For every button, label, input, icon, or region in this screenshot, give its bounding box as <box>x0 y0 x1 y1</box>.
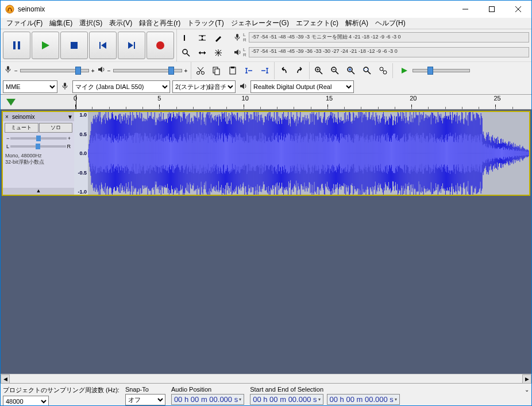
snap-to-select[interactable]: オフ <box>125 394 165 405</box>
transport-toolbar <box>1 29 176 61</box>
audio-position-display[interactable]: 00 h 00 m 00.000 s▾ <box>171 394 244 405</box>
scroll-right-button[interactable]: ▶ <box>522 374 531 384</box>
solo-button[interactable]: ソロ <box>39 123 73 133</box>
svg-rect-5 <box>13 41 16 49</box>
audio-host-select[interactable]: MME <box>3 80 57 93</box>
playhead-marker-icon[interactable] <box>6 99 16 106</box>
track-format-info: Mono, 48000Hz 32-bit浮動小数点 <box>3 150 74 168</box>
waveform-display[interactable] <box>88 112 529 195</box>
playback-device-select[interactable]: Realtek Digital Output (Real <box>250 80 354 93</box>
svg-rect-2 <box>489 7 495 12</box>
mic-icon <box>4 65 12 76</box>
cut-button[interactable] <box>192 63 209 78</box>
playback-volume-slider[interactable] <box>113 69 182 72</box>
play-at-speed-button[interactable] <box>396 63 413 78</box>
audio-position-label: Audio Position <box>171 386 244 393</box>
scrollbar-track[interactable] <box>10 374 522 383</box>
track-collapse-button[interactable]: ▲ <box>3 188 74 195</box>
skip-start-button[interactable] <box>89 32 117 59</box>
paste-button[interactable] <box>225 63 241 78</box>
mute-button[interactable]: ミュート <box>5 123 38 133</box>
svg-rect-33 <box>215 69 219 75</box>
close-button[interactable] <box>505 1 531 18</box>
mic-icon <box>60 82 70 92</box>
svg-marker-7 <box>42 41 49 49</box>
timeline-quickplay[interactable] <box>1 95 75 109</box>
undo-button[interactable] <box>276 63 292 78</box>
toolbars: I LR -57 -54 -51 -48 -45 -39 -3 モニターを開始 … <box>1 29 531 95</box>
multi-tool-button[interactable] <box>210 45 226 60</box>
maximize-button[interactable] <box>479 1 505 18</box>
selection-start-display[interactable]: 00 h 00 m 00.000 s▾ <box>250 394 323 405</box>
svg-marker-15 <box>201 36 203 38</box>
tracks-area[interactable]: × seinomix ▼ ミュート ソロ − + L R Mono, 48000… <box>1 110 531 374</box>
pause-button[interactable] <box>3 32 30 59</box>
track-pan-slider[interactable] <box>10 145 65 148</box>
recording-volume-slider[interactable] <box>20 69 89 72</box>
svg-point-17 <box>183 49 187 54</box>
recording-meter[interactable]: -57 -54 -51 -48 -45 -39 -3 モニターを開始 4 -21… <box>249 32 529 42</box>
svg-marker-10 <box>101 42 106 49</box>
recording-channels-select[interactable]: 2(ステレオ)録音チ <box>172 80 236 93</box>
draw-tool-button[interactable] <box>210 30 226 45</box>
amplitude-scale[interactable]: 1.0 0.5 0.0 -0.5 -1.0 <box>74 112 88 195</box>
selection-tool-button[interactable]: I <box>178 30 194 45</box>
zoom-out-button[interactable] <box>327 63 343 78</box>
snap-to-label: Snap-To <box>125 386 165 393</box>
selection-end-display[interactable]: 00 h 00 m 00.000 s▾ <box>327 394 400 405</box>
svg-marker-24 <box>234 49 238 55</box>
undo-toolbar <box>274 62 309 79</box>
selection-mode-dropdown[interactable]: ⌄ <box>525 386 529 393</box>
svg-line-50 <box>383 70 384 71</box>
menu-analyze[interactable]: 解析(A) <box>342 18 372 28</box>
playback-meter[interactable]: -57 -54 -51 -48 -45 -39 -36 -33 -30 -27 … <box>249 47 529 57</box>
svg-line-18 <box>187 53 190 56</box>
mic-icon[interactable] <box>232 33 243 41</box>
minimize-button[interactable] <box>452 1 479 18</box>
menu-tracks[interactable]: トラック(T) <box>184 18 227 28</box>
window-title: seinomix <box>18 5 452 13</box>
timeshift-tool-button[interactable] <box>194 45 210 60</box>
record-button[interactable] <box>147 32 174 59</box>
playback-speed-slider[interactable] <box>413 69 470 72</box>
stop-button[interactable] <box>60 32 88 59</box>
play-button[interactable] <box>32 32 59 59</box>
menu-edit[interactable]: 編集(E) <box>46 18 76 28</box>
zoom-toggle-button[interactable] <box>375 63 391 78</box>
svg-line-45 <box>352 71 354 74</box>
menu-view[interactable]: 表示(V) <box>106 18 136 28</box>
recording-device-select[interactable]: マイク (Jabra DIAL 550) <box>72 80 170 93</box>
horizontal-scrollbar[interactable]: ◀ ▶ <box>1 374 531 383</box>
redo-button[interactable] <box>292 63 308 78</box>
menu-generate[interactable]: ジェネレーター(G) <box>228 18 292 28</box>
zoom-in-button[interactable] <box>311 63 327 78</box>
project-rate-select[interactable]: 48000 <box>3 396 49 406</box>
scroll-left-button[interactable]: ◀ <box>1 374 10 384</box>
fit-project-button[interactable] <box>359 63 375 78</box>
menu-help[interactable]: ヘルプ(H) <box>372 18 409 28</box>
speaker-icon <box>238 82 248 92</box>
timeline[interactable]: 0510152025 <box>1 95 531 110</box>
envelope-tool-button[interactable] <box>194 30 210 45</box>
svg-rect-44 <box>349 68 351 71</box>
zoom-tool-button[interactable] <box>178 45 194 60</box>
track-close-button[interactable]: × <box>3 114 11 120</box>
meter-lr-labels: LR <box>243 47 249 57</box>
menu-effect[interactable]: エフェクト(c) <box>292 18 342 28</box>
track-gain-slider[interactable] <box>10 137 66 140</box>
selection-label: Start and End of Selection <box>250 386 522 393</box>
menu-transport[interactable]: 録音と再生(r) <box>136 18 184 28</box>
speaker-icon <box>97 65 105 76</box>
menu-file[interactable]: ファイル(F) <box>3 18 46 28</box>
track-name[interactable]: seinomix <box>11 114 66 120</box>
track-menu-button[interactable]: ▼ <box>66 114 74 120</box>
fit-selection-button[interactable] <box>343 63 359 78</box>
speaker-icon[interactable] <box>232 48 243 56</box>
menu-select[interactable]: 選択(S) <box>76 18 106 28</box>
svg-line-42 <box>336 71 338 74</box>
copy-button[interactable] <box>209 63 225 78</box>
time-ruler[interactable]: 0510152025 <box>75 95 531 109</box>
silence-button[interactable] <box>257 63 273 78</box>
skip-end-button[interactable] <box>118 32 145 59</box>
trim-button[interactable] <box>241 63 257 78</box>
